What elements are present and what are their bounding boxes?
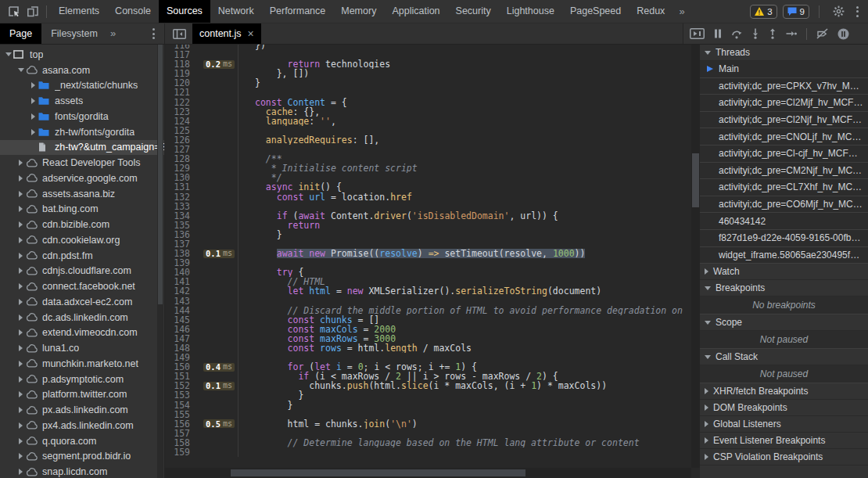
line-number[interactable]: 154 [165,401,193,410]
expander-closed-icon[interactable] [28,82,38,88]
code-text[interactable] [239,447,255,457]
editor-vscroll-thumb[interactable] [692,153,699,207]
thread-item[interactable]: activityi;dc_pre=CM2Njf_hv_MC… [700,163,868,180]
editor-horizontal-scrollbar[interactable] [165,468,691,478]
line-number[interactable]: 159 [165,447,193,457]
line-number[interactable]: 145 [165,315,193,325]
code-text[interactable]: await new Promise((resolve) => setTimeou… [239,249,585,258]
tree-item[interactable]: connect.facebook.net [0,279,164,294]
tab-page[interactable]: Page [0,23,41,44]
code-text[interactable]: if (await Content.driver('isDisabledDoma… [239,211,558,221]
tree-item[interactable]: bat.bing.com [0,202,164,217]
tree-item[interactable]: platform.twitter.com [0,387,164,403]
section-breakpoints[interactable]: Breakpoints [700,280,868,297]
thread-item[interactable]: activityi;dc_pre=CNOLjf_hv_MC… [700,128,868,146]
section-global-listeners[interactable]: Global Listeners [700,416,868,433]
section-xhr-fetch-breakpoints[interactable]: XHR/fetch Breakpoints [700,383,868,400]
tab-lighthouse[interactable]: Lighthouse [499,0,562,23]
expander-closed-icon[interactable] [16,314,26,321]
line-number[interactable]: 143 [165,297,193,306]
thread-main[interactable]: Main [700,61,868,78]
code-text[interactable]: // Determine language based on the HTML … [239,438,640,447]
tab-pagespeed[interactable]: PageSpeed [562,0,629,23]
expander-closed-icon[interactable] [16,438,26,444]
tree-item[interactable]: cdn.bizible.com [0,217,164,232]
expander-closed-icon[interactable] [28,113,38,120]
thread-item[interactable]: activityi;dc_pre=CPKX_v7hv_M… [700,78,868,95]
tree-item[interactable]: segment.prod.bidr.io [0,449,164,465]
step-out-icon[interactable] [769,28,777,39]
expander-closed-icon[interactable] [28,129,38,135]
line-number[interactable]: 134 [165,211,193,221]
code-text[interactable] [239,429,255,438]
toggle-navigator-icon[interactable] [173,29,186,39]
step-over-icon[interactable] [731,29,742,39]
code-text[interactable] [239,126,255,135]
editor-hscroll-thumb[interactable] [231,469,525,476]
code-text[interactable]: try { [239,268,303,277]
navigator-scrollbar[interactable] [157,45,163,478]
code-text[interactable]: } [239,78,260,88]
tree-item[interactable]: luna1.co [0,340,164,356]
expander-open-icon[interactable] [3,52,13,56]
step-icon[interactable] [786,30,797,38]
line-number[interactable]: 131 [165,182,193,192]
code-text[interactable]: // HTML [239,277,325,286]
close-tab-icon[interactable]: × [248,28,254,39]
expander-closed-icon[interactable] [16,329,26,336]
kebab-menu-icon[interactable] [853,6,862,17]
code-text[interactable]: const url = location.href [239,192,412,202]
code-text[interactable]: chunks.push(html.slice(i * maxCols, (i +… [239,381,607,390]
code-text[interactable]: analyzedRequires: [], [239,135,379,145]
expander-closed-icon[interactable] [16,283,26,289]
expander-closed-icon[interactable] [16,345,26,351]
code-text[interactable]: } [239,390,303,400]
thread-item[interactable]: activityi;dc_pre=Cl2Mjf_hv_MCF… [700,95,868,112]
section-event-listener-breakpoints[interactable]: Event Listener Breakpoints [700,433,868,449]
thread-item[interactable]: activityi;dc_pre=CL7Xhf_hv_MC… [700,179,868,196]
code-text[interactable] [239,297,255,306]
code-text[interactable]: }) [239,45,266,50]
more-tabs-icon[interactable]: » [673,0,690,23]
line-number[interactable]: 122 [165,98,193,107]
tree-item[interactable]: zh-tw?&utm_campaign=Bra [0,140,164,156]
inspect-element-icon[interactable] [5,2,23,21]
code-text[interactable]: * Initialise content script [239,164,418,173]
tab-memory[interactable]: Memory [333,0,384,23]
toggle-debugger-sidebar-icon[interactable] [690,28,705,39]
line-number[interactable]: 155 [165,410,193,419]
line-number[interactable]: 144 [165,306,193,315]
thread-item[interactable]: f827d1e9-d22e-4059-9165-00fb… [700,230,868,247]
section-call-stack[interactable]: Call Stack [700,349,868,365]
code-text[interactable]: const maxRows = 3000 [239,334,396,343]
line-number[interactable]: 133 [165,202,193,211]
expander-closed-icon[interactable] [16,160,26,166]
thread-item[interactable]: activityi;dc_pre=CO6Mjf_hv_MC… [700,196,868,214]
code-text[interactable]: language: '', [239,117,336,126]
code-text[interactable]: let html = new XMLSerializer().serialize… [239,286,601,296]
code-text[interactable]: return [239,221,320,230]
issues-badge[interactable]: 9 [783,5,809,19]
tree-item[interactable]: zh-tw/fonts/gordita [0,124,164,140]
section-watch[interactable]: Watch [700,264,868,280]
tree-item[interactable]: dc.ads.linkedin.com [0,310,164,325]
editor-vertical-scrollbar[interactable] [691,45,700,468]
expander-closed-icon[interactable] [16,221,26,228]
expander-closed-icon[interactable] [16,453,26,459]
tree-item[interactable]: adservice.google.com [0,171,164,186]
thread-item[interactable]: 460434142 [700,213,868,230]
tab-network[interactable]: Network [210,0,262,23]
section-dom-breakpoints[interactable]: DOM Breakpoints [700,400,868,416]
tree-item[interactable]: p.adsymptotic.com [0,372,164,387]
expander-closed-icon[interactable] [16,361,26,367]
tree-item[interactable]: cdnjs.cloudflare.com [0,264,164,279]
code-text[interactable]: return technologies [239,59,390,69]
expander-closed-icon[interactable] [16,191,26,197]
code-text[interactable]: cache: {}, [239,107,320,117]
code-text[interactable]: if (i < maxRows / 2 || i > rows - maxRow… [239,372,558,381]
tree-item[interactable]: q.quora.com [0,433,164,449]
code-text[interactable] [239,353,255,362]
pause-script-icon[interactable] [714,29,722,38]
expander-closed-icon[interactable] [16,299,26,305]
tree-item[interactable]: asana.com [0,63,164,78]
